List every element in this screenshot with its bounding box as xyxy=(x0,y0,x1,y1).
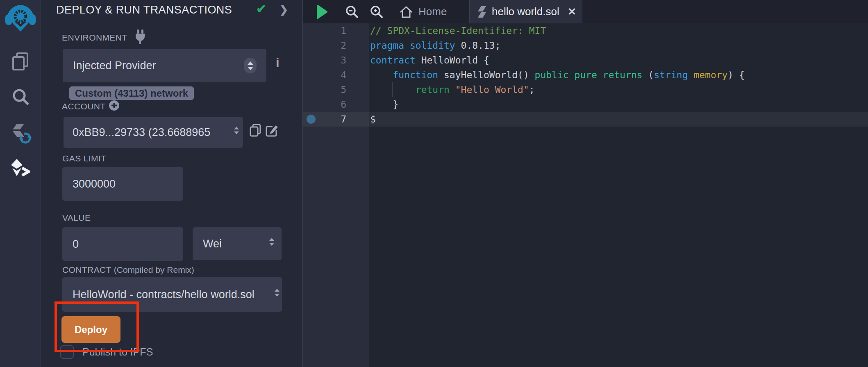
edit-account-icon[interactable] xyxy=(265,124,278,139)
network-badge: Custom (43113) network xyxy=(69,86,194,100)
indent-guide xyxy=(370,97,370,112)
environment-select[interactable]: Injected Provider xyxy=(63,49,266,82)
copy-account-icon[interactable] xyxy=(249,123,262,139)
code-line[interactable]: 5 return "Hello World"; xyxy=(303,82,868,97)
contract-stepper-icon[interactable] xyxy=(275,289,279,297)
code-line[interactable]: 6 } xyxy=(303,97,868,112)
remix-logo[interactable] xyxy=(5,2,36,32)
environment-label: ENVIRONMENT xyxy=(62,33,127,43)
code-token: return xyxy=(416,84,450,95)
code-token: contract xyxy=(370,55,416,66)
account-select[interactable]: 0xBB9...29733 (23.6688965 xyxy=(64,117,243,148)
code-token xyxy=(450,84,455,95)
code-token xyxy=(597,70,603,80)
code-line[interactable]: 4 function sayHelloWorld() public pure r… xyxy=(303,68,868,82)
indent-guide xyxy=(370,68,370,82)
info-icon[interactable]: i xyxy=(276,56,279,70)
value-input[interactable]: 0 xyxy=(62,227,183,261)
file-explorer-icon[interactable] xyxy=(0,52,41,70)
contract-select[interactable]: HelloWorld - contracts/hello world.sol xyxy=(62,277,282,312)
close-tab-icon[interactable]: ✕ xyxy=(568,6,576,18)
code-token: // SPDX-License-Identifier: MIT xyxy=(370,25,546,36)
line-number: 6 xyxy=(320,97,346,112)
line-number: 4 xyxy=(320,68,346,82)
code-token: returns xyxy=(603,70,643,80)
glyph-margin[interactable] xyxy=(303,97,320,112)
editor-tabbar: Home hello world.sol ✕ xyxy=(303,0,868,23)
solidity-compiler-icon[interactable] xyxy=(0,121,41,145)
glyph-margin[interactable] xyxy=(303,38,320,53)
code-token: } xyxy=(370,99,398,110)
gas-limit-value: 3000000 xyxy=(73,178,116,190)
code-token: HelloWorld { xyxy=(416,55,489,66)
account-label: ACCOUNT xyxy=(62,102,106,111)
add-account-icon[interactable] xyxy=(109,100,120,113)
line-number: 5 xyxy=(320,82,346,97)
code-token xyxy=(370,84,416,95)
deploy-button[interactable]: Deploy xyxy=(61,316,120,343)
chevron-right-icon[interactable]: ❯ xyxy=(279,4,288,16)
line-text[interactable]: contract HelloWorld { xyxy=(370,53,489,68)
line-text[interactable]: return "Hello World"; xyxy=(370,82,535,97)
deploy-run-icon[interactable] xyxy=(0,159,41,178)
glyph-margin[interactable] xyxy=(303,53,320,68)
code-token: ( xyxy=(643,70,654,80)
indent-guide xyxy=(392,82,393,97)
code-lines[interactable]: 1// SPDX-License-Identifier: MIT2pragma … xyxy=(303,23,868,367)
glyph-margin[interactable] xyxy=(303,112,320,127)
code-token xyxy=(688,70,694,80)
breakpoint-dot-icon[interactable] xyxy=(307,115,316,124)
glyph-margin[interactable] xyxy=(303,23,320,38)
run-script-icon[interactable] xyxy=(316,5,328,21)
line-number: 2 xyxy=(320,38,346,53)
line-text[interactable]: function sayHelloWorld() public pure ret… xyxy=(370,68,745,82)
contract-label: CONTRACT (Compiled by Remix) xyxy=(62,265,194,275)
check-icon: ✔ xyxy=(256,2,266,16)
contract-value: HelloWorld - contracts/hello world.sol xyxy=(73,288,254,301)
gas-limit-label: GAS LIMIT xyxy=(62,154,106,163)
gas-limit-input[interactable]: 3000000 xyxy=(62,167,183,201)
code-token: string xyxy=(654,70,688,80)
glyph-margin[interactable] xyxy=(303,68,320,82)
publish-ipfs-row: Publish to IPFS xyxy=(60,345,153,359)
code-token: pragma solidity xyxy=(370,40,455,51)
code-token: "Hello World" xyxy=(455,84,529,95)
code-token xyxy=(370,70,393,80)
value-label: VALUE xyxy=(62,213,91,223)
account-stepper-icon[interactable] xyxy=(234,127,239,134)
contract-sublabel: (Compiled by Remix) xyxy=(114,265,194,274)
line-number: 3 xyxy=(320,53,346,68)
line-number: 7 xyxy=(320,112,346,127)
line-text[interactable]: $ xyxy=(370,112,376,127)
code-line[interactable]: 2pragma solidity 0.8.13; xyxy=(303,38,868,53)
zoom-in-icon[interactable] xyxy=(370,5,383,20)
code-line[interactable]: 1// SPDX-License-Identifier: MIT xyxy=(303,23,868,38)
solidity-file-icon xyxy=(478,6,486,18)
search-icon[interactable] xyxy=(0,88,41,106)
line-number: 1 xyxy=(320,23,346,38)
value-unit-select[interactable]: Wei xyxy=(193,227,282,260)
unit-stepper-icon[interactable] xyxy=(269,238,274,246)
line-text[interactable]: // SPDX-License-Identifier: MIT xyxy=(370,23,546,38)
code-token: public xyxy=(535,70,569,80)
environment-stepper-icon[interactable] xyxy=(244,58,257,73)
remix-ide-window: DEPLOY & RUN TRANSACTIONS ✔ ❯ ENVIRONMEN… xyxy=(0,0,868,367)
panel-title: DEPLOY & RUN TRANSACTIONS xyxy=(56,4,232,16)
code-token: memory xyxy=(693,70,727,80)
value-unit: Wei xyxy=(203,238,222,250)
line-text[interactable]: } xyxy=(370,97,398,112)
code-token: pure xyxy=(575,70,597,80)
code-token: sayHelloWorld() xyxy=(438,70,534,80)
line-text[interactable]: pragma solidity 0.8.13; xyxy=(370,38,501,53)
glyph-margin[interactable] xyxy=(303,82,320,97)
code-line[interactable]: 7$ xyxy=(303,112,868,127)
editor-area: Home hello world.sol ✕ 1// SPDX-License-… xyxy=(303,0,868,367)
tab-home[interactable]: Home xyxy=(394,0,452,23)
code-token xyxy=(569,70,575,80)
account-value: 0xBB9...29733 (23.6688965 xyxy=(73,126,210,139)
tab-hello-world-sol[interactable]: hello world.sol ✕ xyxy=(469,0,582,23)
home-icon xyxy=(399,5,413,19)
code-line[interactable]: 3contract HelloWorld { xyxy=(303,53,868,68)
zoom-out-icon[interactable] xyxy=(345,5,359,20)
publish-ipfs-checkbox[interactable] xyxy=(60,345,74,359)
